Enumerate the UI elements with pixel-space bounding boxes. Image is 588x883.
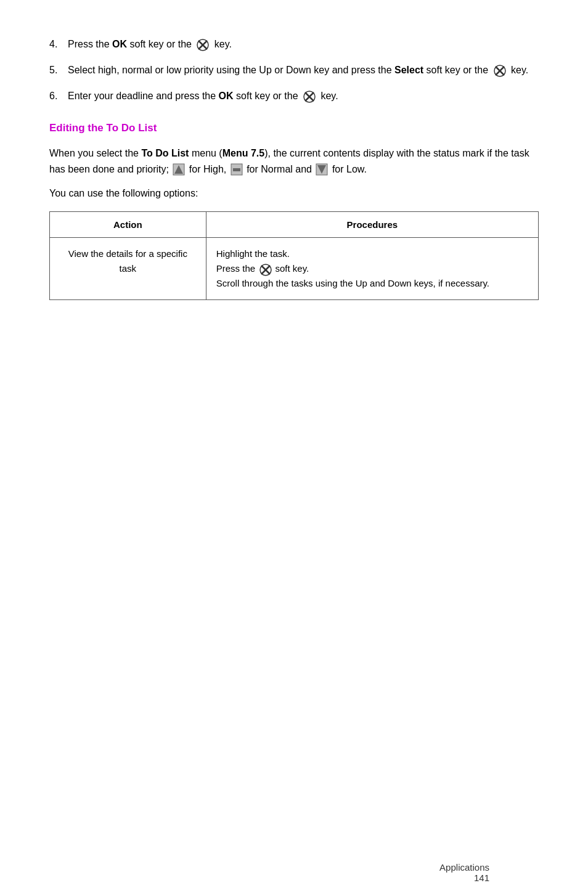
table-header-procedures: Procedures bbox=[206, 212, 538, 238]
list-content-5: Select high, normal or low priority usin… bbox=[68, 63, 539, 78]
menu-bold: Menu 7.5 bbox=[223, 148, 264, 158]
svg-rect-12 bbox=[233, 168, 240, 171]
select-key-icon bbox=[493, 64, 507, 78]
list-number-5: 5. bbox=[49, 63, 68, 78]
list-number-4: 4. bbox=[49, 37, 68, 52]
high-priority-icon bbox=[173, 163, 185, 176]
body-paragraph: When you select the To Do List menu (Men… bbox=[49, 145, 539, 177]
footer: Applications 141 bbox=[439, 862, 489, 883]
list-item-6: 6. Enter your deadline and press the OK … bbox=[49, 89, 539, 104]
list-item-5: 5. Select high, normal or low priority u… bbox=[49, 63, 539, 78]
table-cell-procedures: Highlight the task. Press the soft key. … bbox=[206, 238, 538, 300]
ok-key-icon-6 bbox=[303, 90, 316, 104]
select-bold: Select bbox=[394, 65, 423, 75]
procedure-key-icon bbox=[259, 263, 271, 275]
page-wrapper: 4. Press the OK soft key or the key. 5. … bbox=[49, 37, 539, 883]
procedure-line-1: Highlight the task. bbox=[216, 248, 290, 259]
table-cell-action: View the details for a specific task bbox=[50, 238, 206, 300]
table-row: View the details for a specific task Hig… bbox=[50, 238, 539, 300]
list-item-4: 4. Press the OK soft key or the key. bbox=[49, 37, 539, 52]
list-content-6: Enter your deadline and press the OK sof… bbox=[68, 89, 539, 104]
section-heading: Editing the To Do List bbox=[49, 122, 539, 134]
procedure-line-3: Scroll through the tasks using the Up an… bbox=[216, 278, 489, 288]
ok-bold-6: OK bbox=[219, 91, 234, 101]
numbered-list: 4. Press the OK soft key or the key. 5. … bbox=[49, 37, 539, 104]
footer-label: Applications bbox=[439, 862, 489, 873]
options-text: You can use the following options: bbox=[49, 188, 539, 199]
todo-list-bold: To Do List bbox=[141, 148, 189, 158]
table-header-action: Action bbox=[50, 212, 206, 238]
low-priority-icon bbox=[316, 163, 328, 176]
list-number-6: 6. bbox=[49, 89, 68, 104]
footer-page: 141 bbox=[439, 873, 489, 883]
action-table: Action Procedures View the details for a… bbox=[49, 211, 539, 300]
ok-key-icon-4 bbox=[196, 38, 210, 52]
procedure-line-2: Press the soft key. bbox=[216, 263, 309, 274]
list-content-4: Press the OK soft key or the key. bbox=[68, 37, 539, 52]
ok-bold-4: OK bbox=[112, 39, 127, 49]
action-text: View the details for a specific task bbox=[68, 248, 187, 274]
normal-priority-icon bbox=[231, 163, 243, 176]
table-header-row: Action Procedures bbox=[50, 212, 539, 238]
